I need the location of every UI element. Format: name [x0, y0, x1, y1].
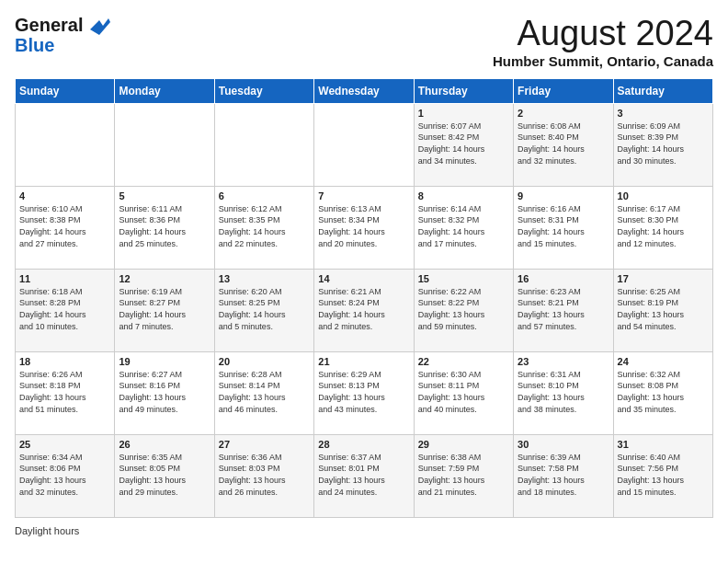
- calendar-table: SundayMondayTuesdayWednesdayThursdayFrid…: [15, 78, 713, 518]
- day-number: 29: [418, 439, 509, 450]
- day-info: Sunrise: 6:35 AMSunset: 8:05 PMDaylight:…: [119, 452, 210, 498]
- day-info: Sunrise: 6:07 AMSunset: 8:42 PMDaylight:…: [418, 121, 509, 167]
- calendar-day-cell: 25Sunrise: 6:34 AMSunset: 8:06 PMDayligh…: [16, 434, 115, 517]
- day-number: 27: [219, 439, 310, 450]
- weekday-header-cell: Tuesday: [214, 78, 313, 103]
- day-info: Sunrise: 6:08 AMSunset: 8:40 PMDaylight:…: [518, 121, 609, 167]
- day-number: 18: [19, 356, 110, 367]
- calendar-week-row: 25Sunrise: 6:34 AMSunset: 8:06 PMDayligh…: [16, 434, 713, 517]
- day-info: Sunrise: 6:34 AMSunset: 8:06 PMDaylight:…: [19, 452, 110, 498]
- month-title: August 2024: [493, 15, 713, 53]
- svg-marker-0: [90, 18, 110, 35]
- day-info: Sunrise: 6:39 AMSunset: 7:58 PMDaylight:…: [518, 452, 609, 498]
- day-number: 12: [119, 273, 210, 284]
- calendar-day-cell: 7Sunrise: 6:13 AMSunset: 8:34 PMDaylight…: [314, 186, 414, 269]
- calendar-day-cell: 21Sunrise: 6:29 AMSunset: 8:13 PMDayligh…: [314, 351, 414, 434]
- weekday-header-cell: Saturday: [613, 78, 712, 103]
- calendar-day-cell: 17Sunrise: 6:25 AMSunset: 8:19 PMDayligh…: [613, 269, 712, 351]
- calendar-day-cell: 18Sunrise: 6:26 AMSunset: 8:18 PMDayligh…: [16, 351, 115, 434]
- calendar-day-cell: 3Sunrise: 6:09 AMSunset: 8:39 PMDaylight…: [613, 103, 712, 186]
- calendar-day-cell: 28Sunrise: 6:37 AMSunset: 8:01 PMDayligh…: [314, 434, 414, 517]
- calendar-day-cell: [314, 103, 414, 186]
- calendar-day-cell: 30Sunrise: 6:39 AMSunset: 7:58 PMDayligh…: [514, 434, 613, 517]
- calendar-day-cell: 22Sunrise: 6:30 AMSunset: 8:11 PMDayligh…: [414, 351, 513, 434]
- header: General Blue August 2024 Humber Summit, …: [15, 15, 713, 69]
- day-number: 1: [418, 108, 509, 119]
- weekday-header-cell: Monday: [115, 78, 214, 103]
- footer: Daylight hours: [15, 525, 713, 536]
- day-info: Sunrise: 6:14 AMSunset: 8:32 PMDaylight:…: [418, 203, 509, 249]
- day-info: Sunrise: 6:13 AMSunset: 8:34 PMDaylight:…: [318, 203, 409, 249]
- day-number: 11: [19, 273, 110, 284]
- day-info: Sunrise: 6:11 AMSunset: 8:36 PMDaylight:…: [119, 203, 210, 249]
- daylight-label: Daylight hours: [15, 525, 79, 536]
- calendar-day-cell: 10Sunrise: 6:17 AMSunset: 8:30 PMDayligh…: [613, 186, 712, 269]
- calendar-day-cell: 6Sunrise: 6:12 AMSunset: 8:35 PMDaylight…: [214, 186, 313, 269]
- day-number: 30: [518, 439, 609, 450]
- day-info: Sunrise: 6:37 AMSunset: 8:01 PMDaylight:…: [318, 452, 409, 498]
- calendar-week-row: 18Sunrise: 6:26 AMSunset: 8:18 PMDayligh…: [16, 351, 713, 434]
- day-info: Sunrise: 6:32 AMSunset: 8:08 PMDaylight:…: [618, 369, 709, 415]
- calendar-day-cell: 4Sunrise: 6:10 AMSunset: 8:38 PMDaylight…: [16, 186, 115, 269]
- calendar-day-cell: 2Sunrise: 6:08 AMSunset: 8:40 PMDaylight…: [514, 103, 613, 186]
- day-info: Sunrise: 6:09 AMSunset: 8:39 PMDaylight:…: [618, 121, 709, 167]
- day-info: Sunrise: 6:18 AMSunset: 8:28 PMDaylight:…: [19, 286, 110, 332]
- calendar-day-cell: 13Sunrise: 6:20 AMSunset: 8:25 PMDayligh…: [214, 269, 313, 351]
- day-info: Sunrise: 6:36 AMSunset: 8:03 PMDaylight:…: [219, 452, 310, 498]
- day-number: 14: [318, 273, 409, 284]
- day-number: 2: [518, 108, 609, 119]
- day-number: 6: [219, 190, 310, 201]
- calendar-day-cell: 12Sunrise: 6:19 AMSunset: 8:27 PMDayligh…: [115, 269, 214, 351]
- day-number: 26: [119, 439, 210, 450]
- day-number: 31: [618, 439, 709, 450]
- day-number: 16: [518, 273, 609, 284]
- day-info: Sunrise: 6:31 AMSunset: 8:10 PMDaylight:…: [518, 369, 609, 415]
- calendar-body: 1Sunrise: 6:07 AMSunset: 8:42 PMDaylight…: [16, 103, 713, 517]
- logo-general: General: [15, 15, 83, 35]
- calendar-week-row: 1Sunrise: 6:07 AMSunset: 8:42 PMDaylight…: [16, 103, 713, 186]
- weekday-header-row: SundayMondayTuesdayWednesdayThursdayFrid…: [16, 78, 713, 103]
- day-number: 22: [418, 356, 509, 367]
- day-number: 3: [618, 108, 709, 119]
- calendar-day-cell: [16, 103, 115, 186]
- day-info: Sunrise: 6:30 AMSunset: 8:11 PMDaylight:…: [418, 369, 509, 415]
- weekday-header-cell: Wednesday: [314, 78, 414, 103]
- day-number: 5: [119, 190, 210, 201]
- location-title: Humber Summit, Ontario, Canada: [493, 53, 713, 69]
- day-info: Sunrise: 6:40 AMSunset: 7:56 PMDaylight:…: [618, 452, 709, 498]
- day-info: Sunrise: 6:25 AMSunset: 8:19 PMDaylight:…: [618, 286, 709, 332]
- calendar-day-cell: 20Sunrise: 6:28 AMSunset: 8:14 PMDayligh…: [214, 351, 313, 434]
- day-number: 21: [318, 356, 409, 367]
- day-info: Sunrise: 6:27 AMSunset: 8:16 PMDaylight:…: [119, 369, 210, 415]
- calendar-day-cell: [214, 103, 313, 186]
- calendar-week-row: 4Sunrise: 6:10 AMSunset: 8:38 PMDaylight…: [16, 186, 713, 269]
- day-info: Sunrise: 6:28 AMSunset: 8:14 PMDaylight:…: [219, 369, 310, 415]
- day-info: Sunrise: 6:16 AMSunset: 8:31 PMDaylight:…: [518, 203, 609, 249]
- day-number: 15: [418, 273, 509, 284]
- calendar-day-cell: 5Sunrise: 6:11 AMSunset: 8:36 PMDaylight…: [115, 186, 214, 269]
- calendar-day-cell: 1Sunrise: 6:07 AMSunset: 8:42 PMDaylight…: [414, 103, 513, 186]
- day-info: Sunrise: 6:20 AMSunset: 8:25 PMDaylight:…: [219, 286, 310, 332]
- day-number: 17: [618, 273, 709, 284]
- calendar-week-row: 11Sunrise: 6:18 AMSunset: 8:28 PMDayligh…: [16, 269, 713, 351]
- day-number: 9: [518, 190, 609, 201]
- logo: General Blue: [15, 15, 110, 55]
- calendar-day-cell: 23Sunrise: 6:31 AMSunset: 8:10 PMDayligh…: [514, 351, 613, 434]
- day-info: Sunrise: 6:19 AMSunset: 8:27 PMDaylight:…: [119, 286, 210, 332]
- calendar-day-cell: 29Sunrise: 6:38 AMSunset: 7:59 PMDayligh…: [414, 434, 513, 517]
- calendar-day-cell: 27Sunrise: 6:36 AMSunset: 8:03 PMDayligh…: [214, 434, 313, 517]
- weekday-header-cell: Thursday: [414, 78, 513, 103]
- day-number: 13: [219, 273, 310, 284]
- day-number: 10: [618, 190, 709, 201]
- day-info: Sunrise: 6:23 AMSunset: 8:21 PMDaylight:…: [518, 286, 609, 332]
- day-number: 19: [119, 356, 210, 367]
- weekday-header-cell: Sunday: [16, 78, 115, 103]
- day-info: Sunrise: 6:38 AMSunset: 7:59 PMDaylight:…: [418, 452, 509, 498]
- day-info: Sunrise: 6:26 AMSunset: 8:18 PMDaylight:…: [19, 369, 110, 415]
- calendar-day-cell: 8Sunrise: 6:14 AMSunset: 8:32 PMDaylight…: [414, 186, 513, 269]
- calendar-day-cell: 14Sunrise: 6:21 AMSunset: 8:24 PMDayligh…: [314, 269, 414, 351]
- logo-bird-icon: [90, 18, 110, 35]
- day-number: 28: [318, 439, 409, 450]
- day-number: 8: [418, 190, 509, 201]
- day-number: 7: [318, 190, 409, 201]
